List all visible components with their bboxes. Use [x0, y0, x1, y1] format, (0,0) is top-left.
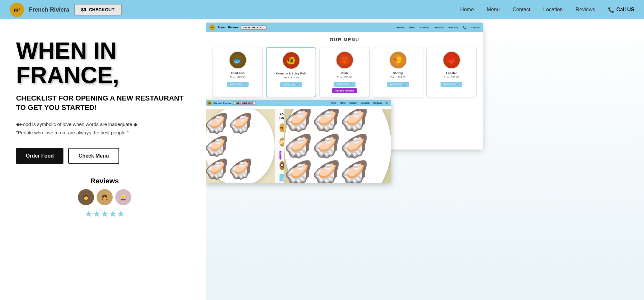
quote-1: ◆Food is symbolic of love when words are…: [16, 120, 193, 129]
inner-nav-home[interactable]: Home: [397, 26, 404, 29]
lobster-price: Price: $99.99: [430, 76, 473, 79]
food-plate-image: 🦪🦪🦪🦪🦪: [206, 109, 275, 183]
cart-item-2-img: 🥟: [279, 138, 284, 147]
shrimp-image: 🍤: [389, 51, 407, 69]
menu-item-shrimp: 🍤 Shrimp Price: $14.99 Add To Cart 🛒: [373, 47, 423, 97]
food-plate-right: 🦪🦪🦪🦪🦪🦪🦪🦪🦪: [284, 109, 391, 183]
brand-name: French Riviera: [29, 6, 69, 13]
cart-logo: 🍽: [207, 101, 212, 105]
fried-fish-image: 🐟: [229, 51, 247, 69]
lobster-add-btn[interactable]: Add To Cart 🛒: [440, 82, 462, 87]
inner-call-us[interactable]: Call US: [471, 26, 480, 29]
inner-brand: French Riviera: [218, 26, 238, 29]
use-template-banner[interactable]: Use This Template: [279, 151, 281, 160]
top-nav: 🍽 French Riviera $0: CHECKOUT Home Menu …: [0, 0, 644, 19]
nav-menu[interactable]: Menu: [487, 7, 500, 13]
left-panel: WHEN IN FRANCE, CHECKLIST FOR OPENING A …: [0, 19, 206, 300]
spicy-fish-image: 🐠: [282, 52, 300, 69]
restaurant-logo: 🍽: [10, 3, 24, 17]
inner-nav-contact[interactable]: Contact: [420, 26, 429, 29]
crab-image: 🦀: [336, 51, 354, 69]
cart-food-right: 🦪🦪🦪🦪🦪🦪🦪🦪🦪: [284, 109, 391, 183]
cart-brand: French Riviera: [213, 102, 232, 105]
reviews-section: Reviews 👩 👧 👱‍♀️ ★★★★★: [16, 177, 193, 219]
menu-item-fried-fish: 🐟 Fried Fish Price: $29.99 Add To Cart 🛒: [213, 47, 263, 97]
cart-nav-reviews[interactable]: Reviews: [374, 102, 382, 104]
cart-checkout-nav-btn[interactable]: $34.99 CHECKOUT: [233, 102, 255, 105]
shrimp-add-btn[interactable]: Add To Cart 🛒: [387, 82, 409, 87]
call-us[interactable]: 📞 Call US: [608, 7, 634, 13]
inner-nav: 🍽 French Riviera $34.99 CHECKOUT Home Me…: [206, 23, 483, 32]
quote-2: "People who love to eat are always the b…: [16, 129, 193, 137]
cart-nav-home[interactable]: Home: [330, 102, 336, 104]
inner-nav-right: Home Menu Contact Location Reviews 📞 Cal…: [397, 26, 480, 29]
menu-item-spicy-fish: 🐠 Crunchy & Spicy Fish Price: $34.99 Add…: [266, 47, 316, 97]
inner-checkout-button[interactable]: $34.99 CHECKOUT: [241, 25, 267, 30]
crab-add-btn[interactable]: Add To Cart 🛒: [334, 82, 355, 87]
cart-phone-icon: 📞: [386, 102, 389, 104]
menu-item-crab: 🦀 Crab Price: $19.99 Add To Cart 🛒 Use T…: [319, 47, 370, 97]
spicy-fish-name: Crunchy & Spicy Fish: [270, 72, 312, 75]
cart-nav-location[interactable]: Location: [361, 102, 369, 104]
cart-overlay: 🍽 French Riviera $34.99 CHECKOUT Home Me…: [206, 100, 391, 183]
inner-nav-left: 🍽 French Riviera $34.99 CHECKOUT: [209, 24, 267, 30]
check-menu-button[interactable]: Check Menu: [68, 148, 119, 164]
review-avatars: 👩 👧 👱‍♀️: [16, 189, 193, 205]
nav-location[interactable]: Location: [543, 7, 563, 13]
shrimp-name: Shrimp: [376, 72, 420, 75]
lobster-image: 🦞: [443, 51, 460, 69]
cart-item-1-img: 🐠: [279, 123, 284, 132]
crab-name: Crab: [323, 72, 366, 75]
right-area: 🍽 French Riviera $34.99 CHECKOUT Home Me…: [206, 19, 644, 300]
shrimp-price: Price: $14.99: [376, 76, 420, 79]
inner-nav-reviews[interactable]: Reviews: [449, 26, 458, 29]
nav-left: 🍽 French Riviera $0: CHECKOUT: [10, 3, 122, 17]
menu-title: OUR MENU: [213, 37, 477, 42]
lobster-name: Lobster: [430, 72, 473, 75]
star-rating: ★★★★★: [16, 208, 193, 219]
cart-content-row: 🦪🦪🦪🦪🦪 Your Cart 🐠 Crunchy & Spicy Fish $…: [206, 109, 391, 183]
inner-nav-menu[interactable]: Menu: [409, 26, 415, 29]
spicy-fish-add-btn[interactable]: Add To Cart 🛒: [280, 82, 302, 87]
fried-fish-name: Fried Fish: [216, 72, 259, 75]
cart-panel: Your Cart 🐠 Crunchy & Spicy Fish $34.99 …: [275, 109, 284, 183]
crab-price: Price: $19.99: [323, 76, 366, 79]
spicy-fish-price: Price: $34.99: [270, 76, 312, 79]
fried-fish-price: Price: $29.99: [216, 76, 259, 79]
main-content: WHEN IN FRANCE, CHECKLIST FOR OPENING A …: [0, 19, 644, 300]
cart-inner-nav: 🍽 French Riviera $34.99 CHECKOUT Home Me…: [206, 100, 391, 106]
inner-logo: 🍽: [209, 24, 215, 30]
hero-title: WHEN IN FRANCE,: [16, 39, 193, 87]
nav-right: Home Menu Contact Location Reviews 📞 Cal…: [460, 7, 634, 13]
hero-quotes: ◆Food is symbolic of love when words are…: [16, 120, 193, 137]
cart-food-image: 🦪🦪🦪🦪🦪: [206, 109, 275, 183]
cart-nav-menu[interactable]: Menu: [340, 102, 346, 104]
nav-reviews[interactable]: Reviews: [576, 7, 595, 13]
avatar-1: 👩: [78, 189, 94, 205]
avatar-3: 👱‍♀️: [115, 189, 131, 205]
cart-item-3-img: 🍳: [279, 161, 284, 170]
fried-fish-add-btn[interactable]: Add To Cart 🛒: [227, 82, 249, 87]
crab-use-template-btn[interactable]: Use This Template: [332, 88, 357, 93]
hero-subtitle: CHECKLIST FOR OPENING A NEW RESTAURANT T…: [16, 94, 193, 112]
menu-item-lobster: 🦞 Lobster Price: $99.99 Add To Cart 🛒: [426, 47, 477, 97]
menu-grid-row1: 🐟 Fried Fish Price: $29.99 Add To Cart 🛒…: [213, 47, 477, 97]
avatar-2: 👧: [97, 189, 113, 205]
inner-nav-location[interactable]: Location: [434, 26, 443, 29]
nav-contact[interactable]: Contact: [513, 7, 530, 13]
hero-buttons: Order Food Check Menu: [16, 148, 193, 164]
nav-home[interactable]: Home: [460, 7, 474, 13]
reviews-label: Reviews: [16, 177, 193, 185]
checkout-button[interactable]: $0: CHECKOUT: [74, 4, 121, 15]
phone-icon: 📞: [608, 7, 614, 13]
add-more-button[interactable]: ADD MORE: [279, 174, 284, 181]
inner-call-icon: 📞: [463, 26, 466, 29]
order-food-button[interactable]: Order Food: [16, 148, 63, 164]
cart-nav-contact[interactable]: Contact: [349, 102, 357, 104]
